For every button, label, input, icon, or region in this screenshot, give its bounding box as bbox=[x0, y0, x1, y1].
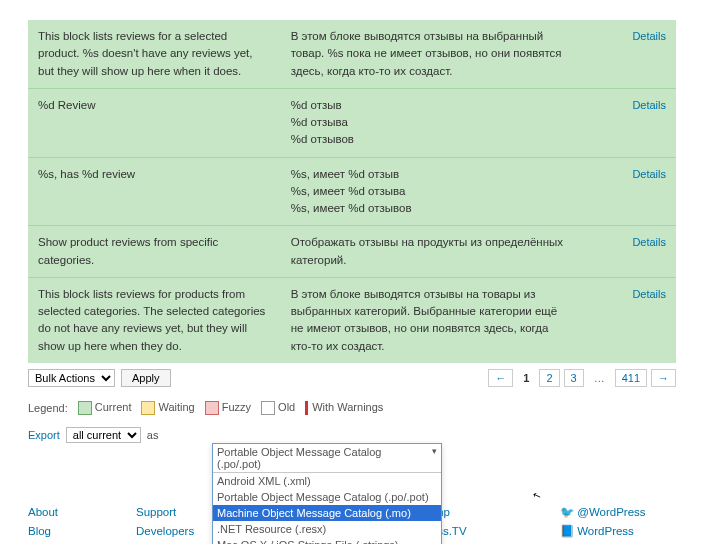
source-text: This block lists reviews for a selected … bbox=[28, 20, 281, 88]
legend-warnings: With Warnings bbox=[312, 401, 383, 413]
translation-text: %d отзыв%d отзыва%d отзывов bbox=[281, 88, 579, 157]
translations-table: This block lists reviews for a selected … bbox=[28, 20, 676, 363]
swatch-waiting bbox=[141, 401, 155, 415]
source-text: This block lists reviews for products fr… bbox=[28, 277, 281, 363]
legend-old: Old bbox=[278, 401, 295, 413]
swatch-current bbox=[78, 401, 92, 415]
export-format-option[interactable]: .NET Resource (.resx) bbox=[213, 521, 441, 537]
swatch-fuzzy bbox=[205, 401, 219, 415]
export-as-label: as bbox=[147, 429, 159, 441]
export-format-option[interactable]: Android XML (.xml) bbox=[213, 473, 441, 489]
translation-text: %s, имеет %d отзыв%s, имеет %d отзыва%s,… bbox=[281, 157, 579, 226]
footer-link[interactable]: Blog bbox=[28, 522, 118, 542]
export-row: Export all current as Portable Object Me… bbox=[28, 427, 676, 443]
source-text: %s, has %d review bbox=[28, 157, 281, 226]
export-filter-select[interactable]: all current bbox=[66, 427, 141, 443]
pager-page-last[interactable]: 411 bbox=[615, 369, 647, 387]
source-text: %d Review bbox=[28, 88, 281, 157]
details-link[interactable]: Details bbox=[632, 99, 666, 111]
table-row: Show product reviews from specific categ… bbox=[28, 226, 676, 278]
pager-page-3[interactable]: 3 bbox=[564, 369, 584, 387]
pager-dots: … bbox=[588, 370, 611, 386]
export-format-option[interactable]: Mac OS X / iOS Strings File (.strings) bbox=[213, 537, 441, 544]
footer-link[interactable]: About bbox=[28, 503, 118, 523]
pager-prev[interactable]: ← bbox=[488, 369, 513, 387]
export-format-option[interactable]: Portable Object Message Catalog (.po/.po… bbox=[213, 489, 441, 505]
swatch-warnings bbox=[305, 401, 308, 415]
details-link[interactable]: Details bbox=[632, 168, 666, 180]
pagination: ← 1 2 3 … 411 → bbox=[488, 369, 676, 387]
legend: Legend: Current Waiting Fuzzy Old With W… bbox=[28, 401, 676, 415]
source-text: Show product reviews from specific categ… bbox=[28, 226, 281, 278]
table-row: This block lists reviews for products fr… bbox=[28, 277, 676, 363]
table-row: This block lists reviews for a selected … bbox=[28, 20, 676, 88]
swatch-old bbox=[261, 401, 275, 415]
details-link[interactable]: Details bbox=[632, 236, 666, 248]
pager-next[interactable]: → bbox=[651, 369, 676, 387]
legend-fuzzy: Fuzzy bbox=[222, 401, 251, 413]
export-format-select[interactable]: Portable Object Message Catalog (.po/.po… bbox=[212, 443, 442, 544]
details-link[interactable]: Details bbox=[632, 30, 666, 42]
table-row: %s, has %d review%s, имеет %d отзыв%s, и… bbox=[28, 157, 676, 226]
bulk-actions-select[interactable]: Bulk Actions bbox=[28, 369, 115, 387]
translation-text: В этом блоке выводятся отзывы на товары … bbox=[281, 277, 579, 363]
legend-current: Current bbox=[95, 401, 132, 413]
pager-page-2[interactable]: 2 bbox=[539, 369, 559, 387]
cursor-icon: ↖ bbox=[531, 489, 542, 502]
pager-current: 1 bbox=[517, 370, 535, 386]
translation-text: Отображать отзывы на продукты из определ… bbox=[281, 226, 579, 278]
export-link[interactable]: Export bbox=[28, 429, 60, 441]
export-format-option[interactable]: Machine Object Message Catalog (.mo) bbox=[213, 505, 441, 521]
export-format-selected[interactable]: Portable Object Message Catalog (.po/.po… bbox=[213, 444, 441, 473]
apply-button[interactable]: Apply bbox=[121, 369, 171, 387]
social-facebook[interactable]: WordPress bbox=[560, 522, 660, 542]
translation-text: В этом блоке выводятся отзывы на выбранн… bbox=[281, 20, 579, 88]
social-twitter[interactable]: @WordPress bbox=[560, 503, 660, 523]
table-row: %d Review%d отзыв%d отзыва%d отзывовDeta… bbox=[28, 88, 676, 157]
legend-label: Legend: bbox=[28, 402, 68, 414]
details-link[interactable]: Details bbox=[632, 288, 666, 300]
legend-waiting: Waiting bbox=[158, 401, 194, 413]
